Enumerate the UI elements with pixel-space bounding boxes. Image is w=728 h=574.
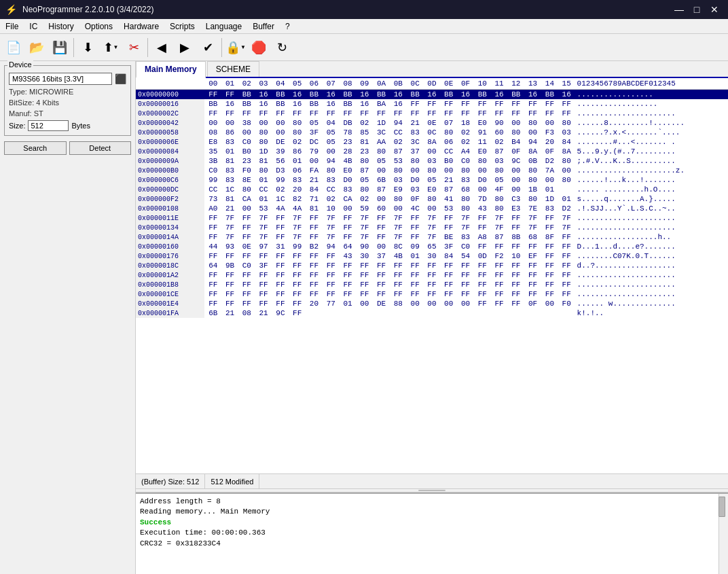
hex-cell[interactable]: FF [440, 213, 457, 223]
hex-cell[interactable]: FF [507, 289, 524, 299]
hex-cell[interactable]: 00 [323, 147, 340, 156]
hex-cell[interactable]: FF [407, 261, 424, 270]
hex-cell[interactable]: 68 [524, 232, 541, 242]
hex-cell[interactable]: FF [507, 242, 524, 251]
hex-cell[interactable]: 94 [323, 242, 340, 251]
hex-cell[interactable]: 3F [440, 242, 457, 251]
hex-cell[interactable]: D2 [541, 156, 558, 166]
hex-cell[interactable]: DC [306, 137, 323, 147]
table-row[interactable]: 0x0000002CFFFFFFFFFFFFFFFFFFFFFFFFFFFFFF… [136, 109, 728, 118]
hex-cell[interactable]: FF [356, 270, 373, 280]
hex-cell[interactable]: B0 [238, 147, 255, 156]
hex-cell[interactable]: 28 [340, 147, 357, 156]
hex-cell[interactable]: 4C [407, 204, 424, 213]
hex-cell[interactable]: 08 [238, 308, 255, 318]
hex-cell[interactable]: FF [373, 213, 390, 223]
hex-cell[interactable]: 16 [356, 99, 373, 109]
menu-item-?[interactable]: ? [280, 19, 295, 33]
hex-cell[interactable]: FF [524, 280, 541, 289]
hex-cell[interactable]: FF [407, 289, 424, 299]
hex-cell[interactable]: 05 [306, 118, 323, 128]
hex-cell[interactable]: FF [221, 280, 238, 289]
hex-cell[interactable]: FF [507, 299, 524, 308]
hex-view[interactable]: 000102030405060708090A0B0C0D0E0F10111213… [136, 78, 728, 473]
hex-cell[interactable]: 7F [491, 223, 508, 232]
hex-cell[interactable]: 23 [340, 137, 357, 147]
hex-cell[interactable]: 21 [221, 308, 238, 318]
hex-cell[interactable]: 87 [373, 185, 390, 194]
hex-cell[interactable]: 06 [440, 137, 457, 147]
hex-cell[interactable]: 80 [289, 128, 306, 137]
read-button[interactable]: ⬇ [77, 37, 98, 58]
device-name-button[interactable]: M93S66 16bits [3.3V] [9, 73, 112, 85]
hex-cell[interactable]: 65 [424, 242, 441, 251]
hex-cell[interactable]: 7F [491, 213, 508, 223]
hex-cell[interactable]: 8A [524, 147, 541, 156]
hex-cell[interactable]: 00 [221, 118, 238, 128]
hex-cell[interactable]: 64 [204, 261, 221, 270]
hex-cell[interactable]: 53 [255, 204, 272, 213]
hex-cell[interactable]: 90 [491, 118, 508, 128]
forward-button[interactable]: ▶ [174, 37, 196, 58]
hex-cell[interactable]: 00 [373, 166, 390, 175]
hex-cell[interactable]: FF [440, 280, 457, 289]
hex-cell[interactable]: 3B [204, 156, 221, 166]
hex-cell[interactable]: 99 [272, 175, 289, 185]
hex-cell[interactable]: FF [272, 270, 289, 280]
hex-cell[interactable]: 01 [255, 194, 272, 204]
hex-cell[interactable]: FF [204, 251, 221, 261]
hex-cell[interactable]: FF [407, 109, 424, 118]
hex-cell[interactable]: 7F [457, 213, 474, 223]
hex-cell[interactable]: 23 [238, 156, 255, 166]
hex-cell[interactable]: FF [323, 270, 340, 280]
hex-cell[interactable]: 00 [524, 128, 541, 137]
hex-cell[interactable]: B2 [306, 242, 323, 251]
hex-cell[interactable]: FF [474, 242, 491, 251]
hex-cell[interactable]: 80 [474, 156, 491, 166]
hex-cell[interactable]: 83 [221, 175, 238, 185]
hex-cell[interactable]: FF [407, 213, 424, 223]
table-row[interactable]: 0x00000176FFFFFFFFFFFFFFFF4330374B013084… [136, 251, 728, 261]
hex-cell[interactable]: FF [306, 251, 323, 261]
hex-cell[interactable]: 80 [524, 175, 541, 185]
hex-cell[interactable]: 02 [356, 194, 373, 204]
hex-cell[interactable]: FF [204, 109, 221, 118]
hex-cell[interactable]: 7F [390, 213, 407, 223]
hex-cell[interactable]: 7F [356, 223, 373, 232]
hex-cell[interactable]: 02 [457, 128, 474, 137]
hex-cell[interactable]: FF [524, 261, 541, 270]
hex-cell[interactable]: 31 [272, 242, 289, 251]
hex-cell[interactable]: FF [356, 261, 373, 270]
hex-cell[interactable]: 7F [323, 223, 340, 232]
hex-cell[interactable]: 00 [407, 166, 424, 175]
hex-cell[interactable]: BB [204, 99, 221, 109]
hex-cell[interactable]: BB [340, 99, 357, 109]
hex-cell[interactable]: FF [373, 289, 390, 299]
hex-cell[interactable]: FF [272, 289, 289, 299]
log-area[interactable]: Address length = 8Reading memory... Main… [136, 492, 728, 574]
hex-cell[interactable]: FF [238, 270, 255, 280]
lock-button[interactable]: 🔒▼ [225, 37, 247, 58]
hex-cell[interactable]: 16 [289, 99, 306, 109]
hex-cell[interactable]: 00 [373, 194, 390, 204]
hex-cell[interactable]: 43 [340, 251, 357, 261]
hex-cell[interactable]: 81 [221, 156, 238, 166]
hex-cell[interactable]: A8 [474, 232, 491, 242]
table-row[interactable]: 0x000000B0C083F080D306FA80E0870080008000… [136, 166, 728, 175]
hex-cell[interactable]: FF [474, 280, 491, 289]
hex-cell[interactable]: FF [474, 99, 491, 109]
hex-cell[interactable]: 00 [255, 118, 272, 128]
hex-cell[interactable]: 00 [507, 166, 524, 175]
hex-cell[interactable]: 00 [424, 147, 441, 156]
hex-cell[interactable]: FF [289, 299, 306, 308]
table-row[interactable]: 0x000000843501B01D39867900282380873700CC… [136, 147, 728, 156]
hex-cell[interactable]: 99 [289, 242, 306, 251]
hex-cell[interactable]: 16 [558, 90, 575, 100]
hex-cell[interactable]: 84 [440, 251, 457, 261]
hex-cell[interactable]: 7F [323, 213, 340, 223]
hex-cell[interactable]: FF [507, 223, 524, 232]
hex-cell[interactable]: FF [457, 99, 474, 109]
erase-button[interactable]: ✂ [123, 37, 145, 58]
hex-cell[interactable]: F3 [541, 128, 558, 137]
hex-cell[interactable]: FF [340, 109, 357, 118]
